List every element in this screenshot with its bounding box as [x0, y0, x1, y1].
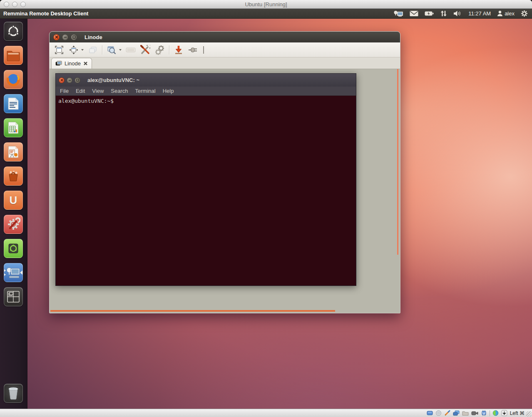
remote-desktop-edge: [397, 69, 398, 255]
remmina-tabbar: Linode: [50, 57, 400, 69]
tab-label: Linode: [65, 60, 81, 67]
launcher-item-workspace-switcher[interactable]: [4, 287, 23, 306]
terminal-close-button[interactable]: [59, 77, 65, 83]
launcher-item-trash[interactable]: [4, 384, 23, 403]
menu-search[interactable]: Search: [111, 88, 128, 94]
terminal-body[interactable]: alex@ubuntuVNC:~$: [56, 96, 356, 285]
connection-icon: [55, 61, 62, 66]
keyboard-capture-icon[interactable]: [501, 410, 507, 416]
mouse-integration-icon[interactable]: [492, 410, 499, 416]
toolbar-separator: [102, 45, 102, 55]
toggle-fullscreen-icon[interactable]: [54, 45, 65, 55]
host-minimize-button[interactable]: [12, 2, 17, 7]
remote-terminal-window[interactable]: alex@ubuntuVNC: ~ File Edit View Search …: [55, 73, 356, 286]
unity-launcher: U: [0, 19, 27, 409]
launcher-item-libreoffice-impress[interactable]: [4, 142, 23, 161]
grab-keyboard-icon[interactable]: [125, 45, 136, 55]
pen-icon[interactable]: [444, 410, 450, 416]
remmina-icon: [6, 266, 21, 279]
remmina-toolbar: [50, 42, 400, 57]
duplicate-connection-icon[interactable]: [87, 45, 98, 55]
menu-file[interactable]: File: [60, 88, 69, 94]
close-button[interactable]: [53, 34, 60, 40]
terminal-minimize-button[interactable]: [67, 77, 72, 83]
impress-presentation-icon: [7, 145, 19, 159]
launcher-item-libreoffice-writer[interactable]: [4, 94, 23, 113]
menu-view[interactable]: View: [92, 88, 104, 94]
launcher-item-ubuntu-software-center[interactable]: [4, 166, 23, 186]
iconify-icon[interactable]: [173, 45, 184, 55]
features-chip-icon[interactable]: [481, 410, 487, 416]
host-window-titlebar: Ubuntu [Running]: [0, 0, 532, 9]
disconnect-icon[interactable]: [188, 45, 199, 55]
tab-linode[interactable]: Linode: [51, 58, 92, 69]
network-traffic-indicator-icon[interactable]: [440, 10, 447, 17]
host-zoom-button[interactable]: [20, 2, 26, 7]
hard-disks-icon[interactable]: [427, 410, 433, 416]
remote-desktop-edge: [50, 310, 335, 312]
volume-indicator-icon[interactable]: [453, 10, 462, 17]
launcher-item-remmina[interactable]: [4, 263, 23, 282]
remmina-window[interactable]: Linode: [49, 31, 400, 313]
battery-indicator-icon[interactable]: [425, 11, 434, 16]
ubuntu-top-panel: Remmina Remote Desktop Client: [0, 9, 532, 19]
ubuntu-one-glyph: U: [10, 194, 17, 207]
mail-indicator-icon[interactable]: [410, 10, 418, 17]
fit-window-menu-icon[interactable]: [81, 49, 84, 51]
writer-document-icon: [7, 97, 19, 110]
focused-app-title: Remmina Remote Desktop Client: [3, 10, 88, 17]
launcher-item-additional-drivers[interactable]: [4, 239, 23, 258]
user-icon: [497, 10, 503, 17]
vbox-statusbar: Left ⌘: [0, 409, 532, 417]
launcher-item-libreoffice-calc[interactable]: [4, 118, 23, 137]
video-capture-icon[interactable]: [471, 411, 478, 416]
clock[interactable]: 11:27 AM: [468, 10, 491, 17]
resize-grip[interactable]: [526, 411, 532, 417]
software-center-bag-icon: [7, 169, 20, 183]
menu-help[interactable]: Help: [163, 88, 174, 94]
minimize-button[interactable]: [62, 34, 68, 40]
launcher-item-home-folder[interactable]: [4, 46, 23, 65]
optical-drives-icon[interactable]: [435, 410, 442, 416]
shell-prompt: alex@ubuntuVNC:~$: [58, 98, 114, 104]
menu-terminal[interactable]: Terminal: [135, 88, 156, 94]
user-menu[interactable]: alex: [497, 10, 515, 17]
vnc-remote-desktop[interactable]: alex@ubuntuVNC: ~ File Edit View Search …: [50, 69, 399, 312]
gear-wrench-icon: [6, 217, 20, 231]
tools-icon[interactable]: [140, 45, 151, 55]
host-key-label: Left ⌘: [510, 410, 525, 416]
remmina-titlebar[interactable]: Linode: [50, 32, 400, 42]
tab-close-icon[interactable]: [83, 61, 88, 66]
calc-spreadsheet-icon: [7, 121, 19, 134]
host-close-button[interactable]: [4, 2, 9, 7]
terminal-menubar: File Edit View Search Terminal Help: [56, 87, 356, 96]
launcher-item-ubuntu-one[interactable]: U: [4, 191, 23, 210]
toggle-scaled-mode-icon[interactable]: [106, 45, 117, 55]
scale-menu-icon[interactable]: [119, 49, 122, 51]
terminal-maximize-button[interactable]: [75, 77, 80, 83]
maximize-button[interactable]: [71, 34, 77, 40]
workspace-grid-icon: [7, 290, 20, 303]
terminal-window-buttons: [59, 77, 80, 83]
trash-icon: [7, 387, 20, 400]
preferences-icon[interactable]: [154, 45, 165, 55]
menu-edit[interactable]: Edit: [76, 88, 85, 94]
terminal-titlebar[interactable]: alex@ubuntuVNC: ~: [56, 74, 356, 87]
session-gear-icon[interactable]: [521, 10, 528, 17]
folder-icon: [6, 50, 20, 61]
traffic-lights: [4, 2, 26, 7]
launcher-item-dash-home[interactable]: [4, 22, 23, 41]
terminal-window-title: alex@ubuntuVNC: ~: [87, 77, 139, 83]
launcher-item-system-settings[interactable]: [4, 215, 23, 234]
launcher-item-firefox[interactable]: [4, 70, 23, 89]
window-buttons: [53, 34, 77, 40]
remote-desktop-indicator-icon[interactable]: [393, 10, 403, 17]
running-pip-icon: [4, 269, 6, 272]
running-pip-icon: [4, 273, 6, 276]
shared-folders-icon[interactable]: [462, 410, 469, 416]
toolbar-separator: [169, 45, 169, 55]
remmina-window-title: Linode: [85, 34, 102, 40]
fit-window-icon[interactable]: [68, 45, 79, 55]
displays-icon[interactable]: [453, 410, 460, 416]
username: alex: [505, 10, 515, 17]
